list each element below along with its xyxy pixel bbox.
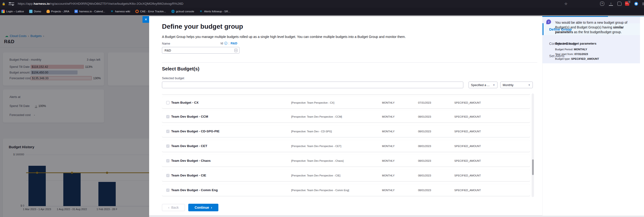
budget-name: Team Dev Budget - CET [171,140,207,152]
budget-row-chaos[interactable]: Team Dev Budget - Chaos [Perspective: Te… [162,155,530,166]
budget-period: MONTHLY [382,170,394,181]
budget-period: MONTHLY [382,111,394,122]
budget-date: 08/01/2023 [418,126,431,137]
budget-row-cie[interactable]: Team Dev Budget - CIE [Perspective: Team… [162,170,530,181]
budget-date: 08/01/2023 [418,170,431,181]
jira-favicon [46,10,50,13]
budget-type: SPECIFIED_AMOUNT [454,111,481,122]
info-bubble-icon: i [546,20,551,24]
globe-favicon: 🌐 [171,10,174,13]
budget-type-value: Specified a ... [471,83,490,87]
close-icon[interactable]: ✕ [142,16,149,23]
download-icon[interactable]: ↓ [609,2,613,6]
budget-checkbox[interactable] [166,130,170,133]
budget-row-comm-eng[interactable]: Team Dev Budget - Comm Eng [Perspective:… [162,184,530,196]
budget-perspective: [Perspective: Team Dev Perspective - Cha… [291,155,344,166]
budget-checkbox[interactable] [166,115,170,118]
bookmark-gcloud[interactable]: 🌐gcloud console [171,10,194,13]
budget-checkbox[interactable] [166,174,170,177]
info-icon[interactable]: i [224,42,228,45]
pocket-icon[interactable]: ∨ [600,2,604,6]
bookmark-cae[interactable]: CAE - Error Trackin... [136,10,166,13]
bookmarks-bar: Login – Lattice Domo Projects - JIRA 31h… [0,8,644,15]
cae-favicon [136,10,139,13]
chevron-left-icon: ‹ [168,206,170,210]
modal-description: A Budget Group helps you manage multiple… [162,35,406,39]
calendar-favicon: 31 [74,10,78,13]
bookmark-jira[interactable]: Projects - JIRA [46,10,70,13]
budget-type-dropdown[interactable]: Specified a ... ▼ [468,82,498,88]
name-input[interactable]: R&D [162,47,240,54]
param-budget-type: Budget type: SPECIFIED_AMOUNT [555,58,599,60]
budget-checkbox[interactable] [166,101,170,104]
bookmark-calendar[interactable]: 31harness.io - Calend... [74,10,105,13]
chevron-right-icon: › [211,206,212,210]
chevron-down-icon: ▼ [493,84,495,86]
budget-period: MONTHLY [382,97,394,108]
budget-checkbox[interactable] [166,188,170,192]
continue-label: Continue [195,206,209,210]
partial-row [162,94,530,94]
list-scrollbar-thumb[interactable] [532,159,534,175]
tracking-protection-icon[interactable] [8,2,14,5]
selected-budget-label: Selected budget [162,76,184,80]
bookmark-lattice[interactable]: Login – Lattice [2,10,24,13]
lock-icon[interactable]: 🔒 [2,2,5,6]
budget-type: SPECIFIED_AMOUNT [454,140,481,152]
budget-checkbox[interactable] [166,144,170,148]
info-text: You would be able to form a new budget g… [555,20,635,34]
budget-name: Team Dev Budget - CCM [171,111,208,122]
list-scrollbar-track[interactable] [532,94,534,197]
param-budget-period: Budget Period: MONTHLY [555,48,587,51]
budget-checkbox[interactable] [166,159,170,162]
clipboard-icon[interactable] [234,48,237,52]
budget-list: Team Budget - CX [Perspective: Team Pers… [162,94,530,197]
budget-period-dropdown[interactable]: Monthly ▼ [500,82,533,88]
budget-row-cd-spg-pie[interactable]: Team Dev Budget - CD-SPG-PIE [Perspectiv… [162,126,530,137]
budget-perspective: [Perspective: Team Dev - CD-SPG] [291,126,332,137]
url-text[interactable]: https://app.harness.io/ng/account/wFHXHD… [18,2,183,6]
bookmark-harness-wiki[interactable]: ✕harness wiki [110,10,130,13]
selected-params-title: Selected budget parameters [555,42,596,45]
budget-type: SPECIFIED_AMOUNT [454,170,481,181]
id-value[interactable]: R&D [230,42,237,45]
id-separator: : [228,42,230,45]
budget-period: MONTHLY [382,140,394,152]
bookmark-star-icon[interactable]: ☆ [564,2,568,6]
menu-icon[interactable]: ☰ [642,2,644,6]
harness-favicon: ✕ [200,10,203,13]
back-button[interactable]: ‹ Back [162,204,185,211]
bookmark-domo[interactable]: Domo [29,10,41,13]
lattice-favicon [2,10,5,13]
budget-row-cet[interactable]: Team Dev Budget - CET [Perspective: Team… [162,140,530,152]
harness-favicon: ✕ [110,10,114,13]
budget-date: 08/01/2023 [418,111,431,122]
budget-perspective: [Perspective: Team Dev Perspective - Com… [291,184,349,196]
budget-type: SPECIFIED_AMOUNT [454,126,481,137]
budget-name: Team Dev Budget - CIE [171,170,206,181]
budget-perspective: [Perspective: Team Perspective - CX] [291,97,334,108]
modal-footer-strip [149,216,644,217]
select-budgets-heading: Select Budget(s) [162,66,200,72]
budget-row-cx[interactable]: Team Budget - CX [Perspective: Team Pers… [162,97,530,108]
selected-budget-input[interactable] [162,82,463,88]
budget-perspective: [Perspective: Team Dev Perspective - CET… [291,140,341,152]
budget-row-ccm[interactable]: Team Dev Budget - CCM [Perspective: Team… [162,111,530,122]
budget-date: 08/01/2023 [418,140,431,152]
budget-type: SPECIFIED_AMOUNT [454,97,481,108]
chevron-down-icon: ▼ [528,84,530,86]
budget-date: 07/31/2023 [418,97,431,108]
budget-period-value: Monthly [503,83,514,87]
account-icon[interactable] [634,2,638,6]
budget-name: Team Dev Budget - Comm Eng [171,184,218,196]
extensions-icon[interactable] [618,2,622,6]
browser-url-bar[interactable]: 🔒 https://app.harness.io/ng/account/wFHX… [0,0,644,8]
param-year-start: Year start from: 07/31/2023 [555,53,588,56]
bookmark-alerts-followup[interactable]: ✕Alerts followup - SR... [200,10,230,13]
continue-button[interactable]: Continue › [188,204,218,211]
budget-name: Team Budget - CX [171,97,198,108]
budget-period: MONTHLY [382,155,394,166]
name-label: Name [162,42,170,45]
domo-favicon [29,10,32,13]
id-row: Id i : R&D [220,42,237,45]
